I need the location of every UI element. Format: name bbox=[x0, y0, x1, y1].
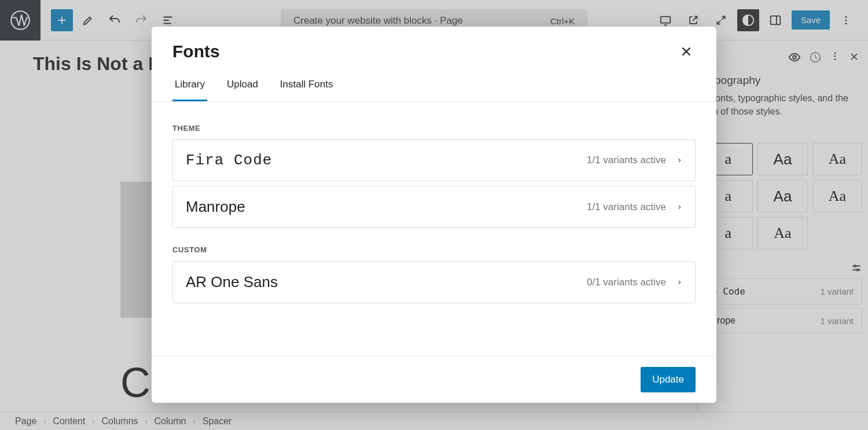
font-card-name: Manrope bbox=[186, 198, 245, 216]
font-card-name: AR One Sans bbox=[186, 273, 278, 291]
font-card-meta: 0/1 variants active bbox=[587, 277, 666, 288]
tab-install-fonts[interactable]: Install Fonts bbox=[278, 73, 336, 101]
chevron-right-icon bbox=[676, 278, 682, 287]
font-card[interactable]: AR One Sans 0/1 variants active bbox=[172, 261, 696, 303]
modal-tabs: Library Upload Install Fonts bbox=[152, 67, 716, 102]
font-card-meta: 1/1 variants active bbox=[587, 155, 666, 166]
modal-title: Fonts bbox=[172, 42, 220, 61]
tab-upload[interactable]: Upload bbox=[225, 73, 260, 101]
chevron-right-icon bbox=[676, 203, 682, 212]
font-card[interactable]: Manrope 1/1 variants active bbox=[172, 186, 696, 228]
chevron-right-icon bbox=[676, 156, 682, 165]
update-button[interactable]: Update bbox=[641, 367, 696, 392]
close-button[interactable] bbox=[677, 42, 696, 61]
section-custom-label: CUSTOM bbox=[172, 245, 696, 254]
fonts-modal: Fonts Library Upload Install Fonts THEME… bbox=[152, 27, 716, 403]
font-card-meta: 1/1 variants active bbox=[587, 201, 666, 213]
section-theme-label: THEME bbox=[172, 124, 696, 133]
font-card-name: Fira Code bbox=[186, 152, 272, 169]
font-card[interactable]: Fira Code 1/1 variants active bbox=[172, 139, 696, 181]
tab-library[interactable]: Library bbox=[172, 73, 207, 101]
